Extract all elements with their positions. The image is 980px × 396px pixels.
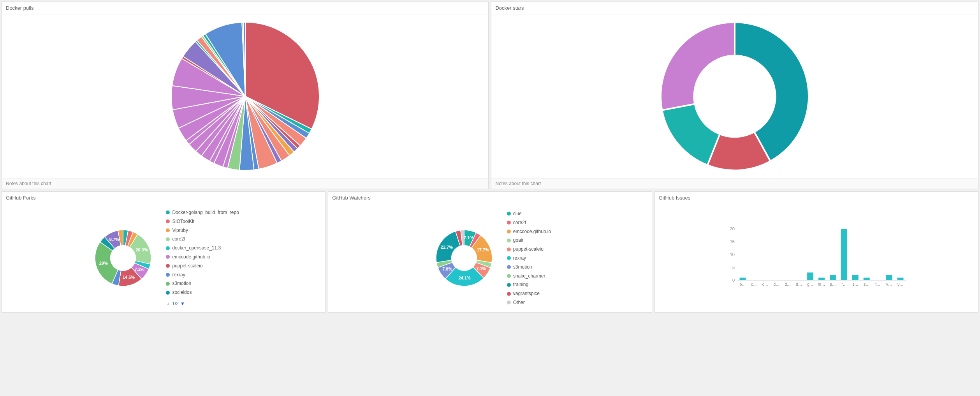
bar[interactable] bbox=[830, 275, 836, 280]
legend-label: s3motion bbox=[513, 263, 532, 272]
svg-text:10: 10 bbox=[730, 252, 735, 257]
bar[interactable] bbox=[818, 278, 825, 281]
panel-docker-stars: Docker stars Notes about this chart bbox=[491, 2, 978, 189]
legend-item[interactable]: core2f bbox=[166, 235, 239, 244]
legend-item[interactable]: Other bbox=[507, 298, 551, 307]
svg-text:p…: p… bbox=[830, 282, 836, 286]
legend-label: emccode.github.io bbox=[172, 253, 210, 262]
bar[interactable] bbox=[739, 278, 746, 281]
legend-item[interactable]: docker_opensuse_11.3 bbox=[166, 244, 239, 253]
svg-text:s…: s… bbox=[852, 282, 858, 286]
svg-text:20: 20 bbox=[730, 226, 735, 231]
legend-label: clue bbox=[513, 209, 522, 218]
legend-label: puppet-scaleio bbox=[513, 245, 544, 254]
svg-text:t…: t… bbox=[875, 282, 880, 286]
bar[interactable] bbox=[852, 275, 859, 280]
legend-swatch bbox=[166, 246, 170, 250]
legend-item[interactable]: rexray bbox=[507, 254, 551, 263]
chart-area[interactable]: 20.3%7.2%14.5%29%8.7% Docker-golang_buil… bbox=[2, 204, 325, 312]
legend-swatch bbox=[507, 256, 511, 260]
panel-title: Docker pulls bbox=[2, 2, 488, 14]
chart-area[interactable] bbox=[2, 14, 488, 178]
svg-text:24.1%: 24.1% bbox=[458, 276, 470, 280]
bar[interactable] bbox=[864, 278, 870, 281]
legend-item[interactable]: goair bbox=[507, 236, 551, 245]
legend-label: emccode.github.io bbox=[513, 227, 551, 236]
pager-prev-icon[interactable]: ▲ bbox=[166, 299, 171, 308]
panel-title: Docker stars bbox=[491, 2, 978, 14]
svg-text:d…: d… bbox=[785, 282, 791, 286]
legend-item[interactable]: rexray bbox=[166, 270, 239, 279]
panel-github-issues: GitHub Issues 05101520b…c…c…d…d…d…g…m…p…… bbox=[655, 191, 978, 313]
legend-item[interactable]: emccode.github.io bbox=[507, 227, 551, 236]
donut-chart-docker-stars bbox=[641, 18, 828, 174]
legend-label: vagrantspice bbox=[513, 289, 540, 298]
legend-pager: ▲1/2▼ bbox=[166, 299, 239, 308]
legend-item[interactable]: Docker-golang_build_from_repo bbox=[166, 208, 239, 217]
legend-label: Vipruby bbox=[172, 226, 188, 235]
pie-slice[interactable] bbox=[661, 22, 735, 110]
legend-swatch bbox=[166, 237, 170, 241]
legend-label: Docker-golang_build_from_repo bbox=[172, 208, 239, 217]
svg-text:14.5%: 14.5% bbox=[123, 275, 135, 279]
legend-label: Other bbox=[513, 298, 525, 307]
svg-text:v…: v… bbox=[886, 282, 892, 286]
bar[interactable] bbox=[886, 275, 892, 280]
svg-text:b…: b… bbox=[739, 282, 746, 286]
legend-swatch bbox=[507, 274, 511, 278]
legend-item[interactable]: vagrantspice bbox=[507, 289, 551, 298]
legend-label: goair bbox=[513, 236, 524, 245]
panel-title: GitHub Watchers bbox=[328, 192, 651, 204]
svg-text:17.7%: 17.7% bbox=[477, 248, 489, 253]
chart-area[interactable]: 05101520b…c…c…d…d…d…g…m…p…r…s…s…t…v…v… bbox=[655, 204, 978, 312]
svg-text:7.8%: 7.8% bbox=[442, 267, 452, 271]
legend-item[interactable]: clue bbox=[507, 209, 551, 218]
bar[interactable] bbox=[897, 278, 903, 281]
chart-area[interactable] bbox=[491, 14, 978, 178]
legend-item[interactable]: training bbox=[507, 280, 551, 289]
legend-swatch bbox=[507, 221, 511, 225]
legend-label: docker_opensuse_11.3 bbox=[172, 244, 221, 253]
svg-text:8.7%: 8.7% bbox=[109, 237, 119, 242]
legend-swatch bbox=[507, 239, 511, 242]
svg-text:d…: d… bbox=[773, 282, 779, 286]
bar[interactable] bbox=[841, 229, 847, 280]
legend-item[interactable]: puppet-scaleio bbox=[507, 245, 551, 254]
legend-swatch bbox=[507, 265, 511, 269]
panel-footer: Notes about this chart bbox=[491, 178, 978, 189]
svg-text:d…: d… bbox=[796, 282, 802, 286]
legend-item[interactable]: s3motion bbox=[166, 279, 239, 288]
svg-text:s…: s… bbox=[864, 282, 869, 286]
svg-text:15: 15 bbox=[730, 239, 735, 244]
legend-item[interactable]: SIOToolKit bbox=[166, 217, 239, 226]
pie-slice[interactable] bbox=[662, 104, 720, 165]
legend-swatch bbox=[166, 264, 170, 268]
legend-swatch bbox=[507, 247, 511, 251]
legend-item[interactable]: emccode.github.io bbox=[166, 253, 239, 262]
svg-text:20.3%: 20.3% bbox=[136, 247, 148, 252]
pager-next-icon[interactable]: ▼ bbox=[180, 299, 185, 308]
bar[interactable] bbox=[807, 273, 813, 281]
legend-item[interactable]: socieidos bbox=[166, 288, 239, 297]
donut-chart-github-watchers: 7.1%17.7%7.1%24.1%7.8%22.7% bbox=[429, 225, 499, 291]
legend-item[interactable]: snake_charmer bbox=[507, 272, 551, 281]
svg-text:g…: g… bbox=[807, 282, 813, 286]
legend-label: rexray bbox=[513, 254, 526, 263]
chart-area[interactable]: 7.1%17.7%7.1%24.1%7.8%22.7% cluecore2fem… bbox=[328, 204, 651, 312]
svg-text:7.1%: 7.1% bbox=[464, 235, 473, 240]
legend-github-watchers: cluecore2femccode.github.iogoairpuppet-s… bbox=[507, 209, 551, 307]
legend-label: puppet-scaleio bbox=[172, 262, 202, 270]
legend-item[interactable]: puppet-scaleio bbox=[166, 262, 239, 270]
dashboard: Docker pulls Notes about this chart Dock… bbox=[0, 0, 980, 314]
legend-item[interactable]: s3motion bbox=[507, 263, 551, 272]
legend-item[interactable]: Vipruby bbox=[166, 226, 239, 235]
svg-text:7.1%: 7.1% bbox=[476, 267, 486, 271]
panel-github-watchers: GitHub Watchers 7.1%17.7%7.1%24.1%7.8%22… bbox=[328, 191, 652, 313]
legend-swatch bbox=[166, 291, 170, 295]
legend-item[interactable]: core2f bbox=[507, 218, 551, 227]
legend-swatch bbox=[166, 273, 170, 277]
panel-docker-pulls: Docker pulls Notes about this chart bbox=[2, 2, 489, 189]
legend-swatch bbox=[166, 219, 170, 223]
legend-swatch bbox=[166, 282, 170, 286]
legend-label: SIOToolKit bbox=[172, 217, 194, 226]
